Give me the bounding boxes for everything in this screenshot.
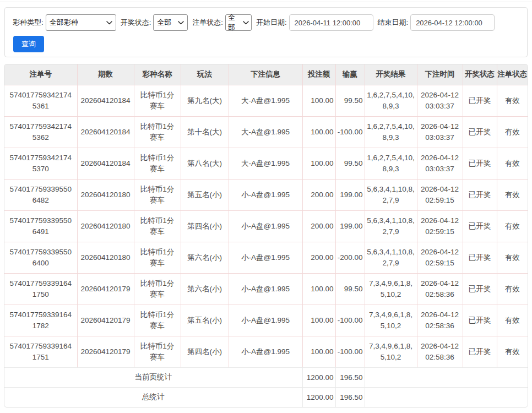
cell-play: 第五名(小) bbox=[181, 179, 229, 210]
cell-win_loss: 99.50 bbox=[335, 148, 365, 179]
cell-draw_status: 已开奖 bbox=[463, 242, 497, 273]
page-summary-empty bbox=[365, 367, 528, 387]
page-top-divider bbox=[0, 2, 532, 2]
cell-bet_info: 小-A盘@1.995 bbox=[229, 273, 302, 305]
cell-bet_amount: 200.00 bbox=[302, 242, 335, 273]
cell-bet_time: 2026-04-12 02:59:15 bbox=[417, 179, 463, 210]
cell-play: 第八名(大) bbox=[181, 148, 229, 179]
cell-win_loss: 199.00 bbox=[335, 179, 365, 210]
cell-order_no: 5740177593395506400 bbox=[4, 242, 77, 273]
cell-draw_status: 已开奖 bbox=[463, 305, 497, 336]
cell-period: 202604120179 bbox=[77, 305, 134, 336]
cell-order_status: 有效 bbox=[497, 305, 528, 336]
records-table-wrap: 注单号期数彩种名称玩法下注信息投注额输赢开奖结果下注时间开奖状态注单状态 574… bbox=[4, 64, 528, 407]
cell-bet_info: 大-A盘@1.995 bbox=[229, 148, 302, 179]
col-header-play: 玩法 bbox=[181, 64, 229, 85]
cell-period: 202604120180 bbox=[77, 179, 134, 210]
cell-order_no: 5740177593421745362 bbox=[4, 116, 77, 148]
chevron-down-icon bbox=[243, 21, 249, 25]
cell-play: 第五名(小) bbox=[181, 305, 229, 336]
col-header-draw_status: 开奖状态 bbox=[463, 64, 497, 85]
cell-bet_info: 小-A盘@1.995 bbox=[229, 210, 302, 242]
cell-order_no: 5740177593421745361 bbox=[4, 85, 77, 116]
cell-period: 202604120184 bbox=[77, 148, 134, 179]
cell-period: 202604120180 bbox=[77, 210, 134, 242]
cell-lottery_name: 比特币1分赛车 bbox=[134, 116, 181, 148]
cell-bet_time: 2026-04-12 02:59:15 bbox=[417, 242, 463, 273]
col-header-bet_info: 下注信息 bbox=[229, 64, 302, 85]
cell-win_loss: -200.00 bbox=[335, 242, 365, 273]
cell-result: 1,6,2,7,5,4,10,8,9,3 bbox=[365, 85, 417, 116]
cell-bet_time: 2026-04-12 02:58:36 bbox=[417, 336, 463, 367]
cell-order_no: 5740177593391641750 bbox=[4, 273, 77, 305]
table-row: 5740177593395506491202604120180比特币1分赛车第四… bbox=[4, 210, 528, 242]
table-row: 5740177593391641750202604120179比特币1分赛车第六… bbox=[4, 273, 528, 305]
cell-draw_status: 已开奖 bbox=[463, 148, 497, 179]
lottery-type-select[interactable]: 全部彩种 bbox=[46, 14, 116, 31]
cell-play: 第九名(大) bbox=[181, 85, 229, 116]
table-row: 5740177593395506400202604120180比特币1分赛车第六… bbox=[4, 242, 528, 273]
cell-play: 第十名(大) bbox=[181, 116, 229, 148]
page-summary-label: 当前页统计 bbox=[4, 367, 302, 387]
cell-bet_info: 大-A盘@1.995 bbox=[229, 116, 302, 148]
cell-order_no: 5740177593391641751 bbox=[4, 336, 77, 367]
col-header-order_no: 注单号 bbox=[4, 64, 77, 85]
cell-win_loss: 99.50 bbox=[335, 85, 365, 116]
table-row: 5740177593391641751202604120179比特币1分赛车第四… bbox=[4, 336, 528, 367]
cell-bet_time: 2026-04-12 03:03:37 bbox=[417, 148, 463, 179]
draw-status-select[interactable]: 全部 bbox=[153, 14, 188, 31]
cell-bet_time: 2026-04-12 03:03:37 bbox=[417, 116, 463, 148]
lottery-type-value: 全部彩种 bbox=[50, 18, 78, 28]
total-summary-row: 总统计 1200.00 196.50 bbox=[4, 387, 528, 407]
cell-order_status: 有效 bbox=[497, 210, 528, 242]
cell-result: 7,3,4,9,6,1,8,5,10,2 bbox=[365, 305, 417, 336]
cell-draw_status: 已开奖 bbox=[463, 336, 497, 367]
cell-lottery_name: 比特币1分赛车 bbox=[134, 210, 181, 242]
cell-bet_amount: 100.00 bbox=[302, 116, 335, 148]
cell-result: 1,6,2,7,5,4,10,8,9,3 bbox=[365, 116, 417, 148]
cell-result: 5,6,3,4,1,10,8,2,7,9 bbox=[365, 242, 417, 273]
cell-order_status: 有效 bbox=[497, 85, 528, 116]
cell-lottery_name: 比特币1分赛车 bbox=[134, 85, 181, 116]
cell-order_status: 有效 bbox=[497, 116, 528, 148]
chevron-down-icon bbox=[106, 21, 112, 25]
cell-win_loss: -100.00 bbox=[335, 305, 365, 336]
page-summary-bet-total: 1200.00 bbox=[302, 367, 335, 387]
end-date-input[interactable] bbox=[410, 14, 495, 31]
draw-status-label: 开奖状态: bbox=[121, 18, 151, 28]
cell-play: 第四名(小) bbox=[181, 210, 229, 242]
cell-bet_info: 小-A盘@1.995 bbox=[229, 305, 302, 336]
cell-play: 第六名(小) bbox=[181, 273, 229, 305]
cell-draw_status: 已开奖 bbox=[463, 273, 497, 305]
cell-bet_time: 2026-04-12 02:58:36 bbox=[417, 273, 463, 305]
cell-draw_status: 已开奖 bbox=[463, 85, 497, 116]
cell-bet_amount: 100.00 bbox=[302, 336, 335, 367]
cell-result: 7,3,4,9,6,1,8,5,10,2 bbox=[365, 273, 417, 305]
order-status-select[interactable]: 全部 bbox=[225, 14, 252, 31]
start-date-input[interactable] bbox=[289, 14, 373, 31]
cell-order_no: 5740177593395506491 bbox=[4, 210, 77, 242]
cell-period: 202604120179 bbox=[77, 336, 134, 367]
chevron-down-icon bbox=[178, 21, 184, 25]
cell-bet_time: 2026-04-12 03:03:37 bbox=[417, 85, 463, 116]
start-date-label: 开始日期: bbox=[256, 18, 287, 28]
cell-result: 5,6,3,4,1,10,8,2,7,9 bbox=[365, 179, 417, 210]
page-summary-win-total: 196.50 bbox=[335, 367, 365, 387]
draw-status-value: 全部 bbox=[157, 18, 171, 28]
cell-lottery_name: 比特币1分赛车 bbox=[134, 305, 181, 336]
col-header-bet_time: 下注时间 bbox=[417, 64, 463, 85]
filter-panel: 彩种类型: 全部彩种 开奖状态: 全部 注单状态: 全部 开始日期: 结束日期:… bbox=[4, 7, 528, 57]
cell-draw_status: 已开奖 bbox=[463, 210, 497, 242]
end-date-label: 结束日期: bbox=[378, 18, 409, 28]
col-header-period: 期数 bbox=[77, 64, 134, 85]
col-header-bet_amount: 投注额 bbox=[302, 64, 335, 85]
cell-bet_time: 2026-04-12 02:59:15 bbox=[417, 210, 463, 242]
cell-lottery_name: 比特币1分赛车 bbox=[134, 148, 181, 179]
lottery-type-label: 彩种类型: bbox=[13, 18, 44, 28]
cell-order_no: 5740177593391641782 bbox=[4, 305, 77, 336]
cell-lottery_name: 比特币1分赛车 bbox=[134, 273, 181, 305]
order-status-label: 注单状态: bbox=[192, 18, 223, 28]
cell-period: 202604120184 bbox=[77, 85, 134, 116]
query-button[interactable]: 查询 bbox=[13, 36, 44, 52]
cell-order_status: 有效 bbox=[497, 179, 528, 210]
